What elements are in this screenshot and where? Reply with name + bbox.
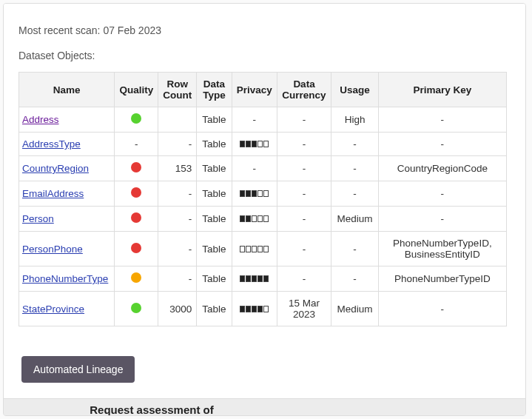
- cell-row-count: 3000: [158, 292, 197, 326]
- quality-dot-icon: [131, 272, 141, 283]
- cell-primary-key: -: [378, 181, 506, 207]
- cell-data-type: Table: [197, 232, 232, 267]
- cell-data-currency: -: [277, 107, 331, 133]
- table-row: PersonPhone-Table--PhoneNumberTypeID, Bu…: [19, 232, 507, 267]
- request-assessment-bar[interactable]: Request assessment of: [4, 398, 525, 416]
- cell-primary-key: -: [378, 107, 506, 133]
- dataset-panel[interactable]: Most recent scan: 07 Feb 2023 Dataset Ob…: [3, 3, 526, 416]
- cell-primary-key: -: [378, 133, 506, 156]
- cell-privacy: -: [232, 156, 277, 181]
- cell-name: Person: [19, 207, 115, 232]
- cell-quality: [115, 156, 158, 181]
- scan-date: 07 Feb 2023: [103, 24, 161, 36]
- cell-data-currency: -: [277, 181, 331, 207]
- table-row: StateProvince3000Table15 Mar 2023Medium-: [19, 292, 507, 326]
- cell-data-type: Table: [197, 292, 232, 326]
- cell-usage: -: [331, 181, 378, 207]
- object-link[interactable]: Address: [22, 114, 59, 125]
- cell-primary-key: -: [378, 292, 506, 326]
- cell-row-count: -: [158, 133, 197, 156]
- cell-name: Address: [19, 107, 115, 133]
- scan-label: Most recent scan:: [18, 24, 103, 36]
- cell-usage: Medium: [331, 207, 378, 232]
- cell-quality: -: [115, 133, 158, 156]
- cell-data-currency: -: [277, 156, 331, 181]
- cell-row-count: -: [158, 267, 197, 292]
- privacy-level-icon: [240, 190, 269, 197]
- cell-primary-key: -: [378, 207, 506, 232]
- col-privacy: Privacy: [232, 73, 277, 107]
- object-link[interactable]: PersonPhone: [22, 244, 83, 255]
- cell-privacy: [232, 292, 277, 326]
- object-link[interactable]: Person: [22, 213, 54, 224]
- cell-privacy: [232, 133, 277, 156]
- col-usage: Usage: [331, 73, 378, 107]
- object-link[interactable]: AddressType: [22, 138, 81, 150]
- table-row: EmailAddress-Table---: [19, 181, 507, 207]
- cell-usage: -: [331, 133, 378, 156]
- cell-row-count: [158, 107, 197, 133]
- automated-lineage-button[interactable]: Automated Lineage: [21, 356, 135, 383]
- cell-quality: [115, 181, 158, 207]
- table-row: PhoneNumberType-Table--PhoneNumberTypeID: [19, 267, 507, 292]
- cell-row-count: 153: [158, 156, 197, 181]
- privacy-level-icon: [240, 246, 269, 252]
- col-data-currency: Data Currency: [277, 73, 331, 107]
- cell-data-type: Table: [197, 156, 232, 181]
- col-quality: Quality: [115, 73, 158, 107]
- cell-primary-key: CountryRegionCode: [378, 156, 506, 181]
- object-link[interactable]: PhoneNumberType: [22, 273, 108, 284]
- quality-dot-icon: [131, 162, 141, 172]
- cell-row-count: -: [158, 207, 197, 232]
- col-row-count: Row Count: [158, 73, 197, 107]
- cell-quality: [115, 232, 158, 267]
- cell-data-currency: -: [277, 232, 331, 267]
- cell-usage: -: [331, 267, 378, 292]
- cell-data-type: Table: [197, 107, 232, 133]
- col-primary-key: Primary Key: [378, 73, 506, 107]
- request-assessment-label: Request assessment of: [4, 403, 285, 416]
- cell-name: PersonPhone: [19, 232, 115, 267]
- cell-data-currency: 15 Mar 2023: [277, 292, 331, 326]
- privacy-level-icon: [240, 275, 269, 282]
- object-link[interactable]: CountryRegion: [22, 163, 89, 174]
- quality-dot-icon: [131, 303, 141, 313]
- cell-privacy: [232, 181, 277, 207]
- table-row: Person-Table-Medium-: [19, 207, 507, 232]
- privacy-level-icon: [240, 306, 269, 312]
- cell-usage: -: [331, 156, 378, 181]
- cell-data-currency: -: [277, 133, 331, 156]
- object-link[interactable]: StateProvince: [22, 304, 84, 315]
- col-name: Name: [19, 73, 115, 107]
- cell-primary-key: PhoneNumberTypeID, BusinessEntityID: [378, 232, 506, 267]
- scan-date-line: Most recent scan: 07 Feb 2023: [18, 24, 516, 36]
- quality-dot-icon: [131, 113, 141, 124]
- cell-quality: [115, 292, 158, 326]
- dataset-objects-table: Name Quality Row Count Data Type Privacy…: [18, 72, 507, 326]
- object-link[interactable]: EmailAddress: [22, 188, 84, 199]
- table-row: AddressType--Table---: [19, 133, 507, 156]
- cell-data-currency: -: [277, 267, 331, 292]
- cell-privacy: [232, 207, 277, 232]
- cell-name: EmailAddress: [19, 181, 115, 207]
- cell-quality: [115, 267, 158, 292]
- quality-dot-icon: [131, 243, 141, 253]
- cell-row-count: -: [158, 181, 197, 207]
- table-row: CountryRegion153Table---CountryRegionCod…: [19, 156, 507, 181]
- cell-usage: Medium: [331, 292, 378, 326]
- col-data-type: Data Type: [197, 73, 232, 107]
- cell-primary-key: PhoneNumberTypeID: [378, 267, 506, 292]
- privacy-level-icon: [240, 215, 269, 222]
- cell-privacy: [232, 232, 277, 267]
- cell-name: StateProvince: [19, 292, 115, 326]
- quality-dot-icon: [131, 212, 141, 223]
- table-row: AddressTable--High-: [19, 107, 507, 133]
- cell-privacy: -: [232, 107, 277, 133]
- dataset-objects-label: Dataset Objects:: [18, 50, 516, 61]
- cell-data-type: Table: [197, 267, 232, 292]
- cell-usage: High: [331, 107, 378, 133]
- cell-data-currency: -: [277, 207, 331, 232]
- cell-privacy: [232, 267, 277, 292]
- cell-quality: [115, 107, 158, 133]
- cell-name: AddressType: [19, 133, 115, 156]
